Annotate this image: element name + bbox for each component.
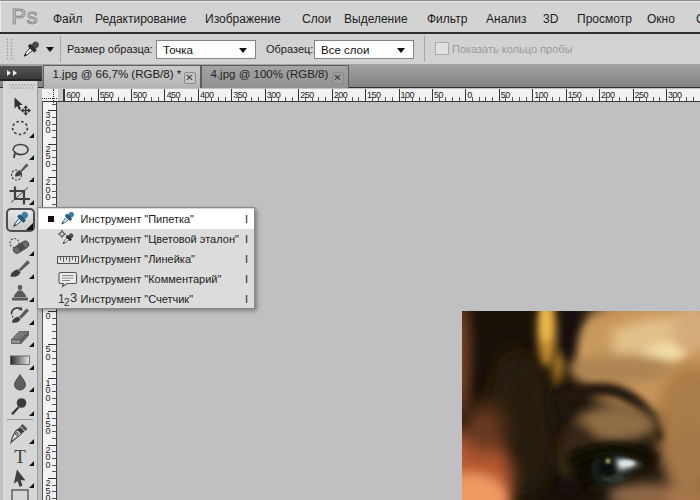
svg-text:T: T bbox=[14, 445, 26, 466]
svg-text:3: 3 bbox=[70, 290, 77, 305]
